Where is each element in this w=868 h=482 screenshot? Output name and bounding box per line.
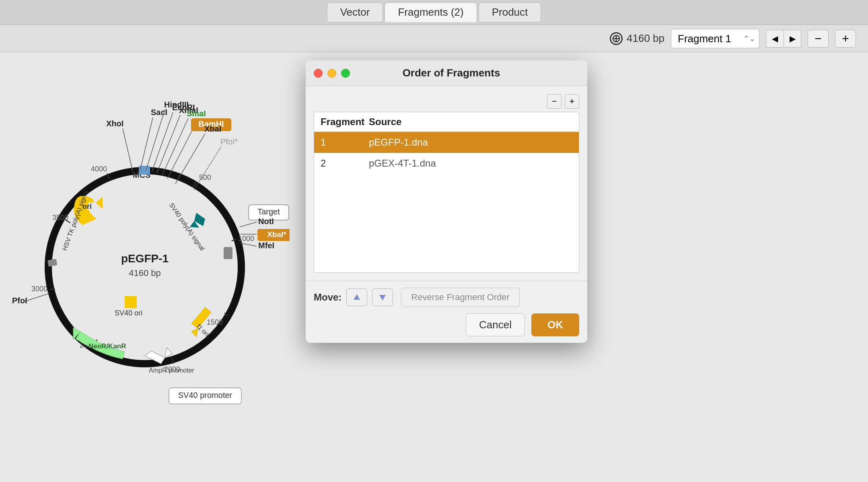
svg-line-21 xyxy=(152,112,173,171)
row-1-num: 1 xyxy=(321,137,369,148)
xbaistar-label: XbaI* xyxy=(267,230,286,239)
fragment-list: Fragment Source 1 pEGFP-1.dna 2 pGEX-4T-… xyxy=(314,112,579,273)
reverse-order-btn[interactable]: Reverse Fragment Order xyxy=(401,288,520,307)
fragment-row-1[interactable]: 1 pEGFP-1.dna xyxy=(314,132,579,153)
sv40ori-label: SV40 ori xyxy=(115,309,142,317)
row-1-source: pEGFP-1.dna xyxy=(369,137,572,148)
sv40ori-feature xyxy=(125,296,137,308)
dialog-title: Order of Fragments xyxy=(323,67,579,79)
dialog-titlebar: Order of Fragments xyxy=(306,60,587,86)
zoom-minus-btn[interactable]: − xyxy=(808,30,829,47)
cancel-btn[interactable]: Cancel xyxy=(466,313,525,336)
bp-value: 4160 bp xyxy=(627,32,664,45)
fragment-select[interactable]: Fragment 1 Fragment 2 xyxy=(671,29,759,48)
neor-label: NeoR/KanR xyxy=(88,342,126,350)
svg-line-18 xyxy=(123,128,133,171)
bp-display: 4160 bp xyxy=(610,32,664,45)
move-label: Move: xyxy=(314,292,341,303)
svg-line-26 xyxy=(194,146,221,190)
fragment-row-2[interactable]: 2 pGEX-4T-1.dna xyxy=(314,153,579,174)
col-source: Source xyxy=(369,116,572,128)
remove-fragment-btn[interactable]: − xyxy=(547,94,562,109)
svg-line-27 xyxy=(240,222,257,227)
target-label: Target xyxy=(257,207,280,216)
plasmid-size-label: 4160 bp xyxy=(129,268,161,278)
next-fragment-btn[interactable]: ▶ xyxy=(784,30,801,47)
svg-marker-31 xyxy=(354,294,360,300)
dialog-buttons: Cancel OK xyxy=(314,313,579,336)
move-down-btn[interactable] xyxy=(372,288,393,306)
main-area: 4160 bp Fragment 1 Fragment 2 ◀ ▶ − + pE… xyxy=(0,25,868,482)
pfoi-label: PfoI xyxy=(12,296,27,305)
sv40polya-feature: SV40 poly(A) signal xyxy=(168,202,206,252)
plasmid-svg: pEGFP-1 4160 bp 500 1000 1500 2000 2500 … xyxy=(8,66,290,468)
xbai-label: XbaI xyxy=(204,124,221,133)
col-fragment: Fragment xyxy=(321,116,369,128)
table-header: Fragment Source xyxy=(314,112,579,132)
mark-3500: 3500 xyxy=(52,214,68,222)
svg-marker-16 xyxy=(191,328,198,337)
svg-marker-13 xyxy=(96,197,103,209)
tab-bar: Vector Fragments (2) Product xyxy=(0,0,868,25)
move-up-btn[interactable] xyxy=(346,288,367,306)
nav-arrows: ◀ ▶ xyxy=(766,30,801,47)
pfoistar-label: PfoI* xyxy=(220,137,238,146)
tab-fragments[interactable]: Fragments (2) xyxy=(385,2,477,22)
zoom-plus-btn[interactable]: + xyxy=(835,30,856,47)
saci-label: SacI xyxy=(151,108,167,117)
ampr-label: AmpR promoter xyxy=(149,367,195,374)
add-fragment-btn[interactable]: + xyxy=(565,94,579,109)
mark-1000: 1000 xyxy=(238,235,254,243)
plasmid-name-label: pEGFP-1 xyxy=(121,252,169,265)
dialog-bottom: Move: Reverse Fragment Order Cancel xyxy=(306,281,587,343)
ok-btn[interactable]: OK xyxy=(531,313,579,336)
svg-marker-32 xyxy=(379,295,386,301)
tab-vector[interactable]: Vector xyxy=(327,2,383,22)
toolbar: 4160 bp Fragment 1 Fragment 2 ◀ ▶ − + xyxy=(0,25,868,52)
tab-product[interactable]: Product xyxy=(479,2,541,22)
mark-4000: 4000 xyxy=(91,165,107,173)
row-2-source: pGEX-4T-1.dna xyxy=(369,158,572,169)
move-row: Move: Reverse Fragment Order xyxy=(314,288,579,307)
svg-marker-15 xyxy=(165,348,172,358)
order-of-fragments-dialog: Order of Fragments − + Fragment Source xyxy=(306,60,587,343)
gray-rect-feature xyxy=(224,247,232,259)
plasmid-area: pEGFP-1 4160 bp 500 1000 1500 2000 2500 … xyxy=(0,52,298,482)
xhoi-label: XhoI xyxy=(106,119,123,128)
row-2-num: 2 xyxy=(321,158,369,169)
mfei-label: MfeI xyxy=(258,241,274,250)
svg-line-19 xyxy=(140,117,153,171)
noti-label: NotI xyxy=(258,217,274,226)
mark-1500: 1500 xyxy=(207,318,223,326)
smai-label: SmaI xyxy=(187,109,206,118)
table-actions: − + xyxy=(314,94,579,109)
mark-3000: 3000 xyxy=(31,285,47,293)
close-button[interactable] xyxy=(314,69,323,78)
circle-icon xyxy=(610,32,623,45)
mcs-feature xyxy=(139,166,150,175)
prev-fragment-btn[interactable]: ◀ xyxy=(766,30,784,47)
dialog-overlay: Order of Fragments − + Fragment Source xyxy=(298,52,868,482)
fragment-dropdown-wrapper[interactable]: Fragment 1 Fragment 2 xyxy=(671,29,759,48)
mark-500: 500 xyxy=(199,173,211,181)
sv40polya-label: SV40 poly(A) signal xyxy=(168,202,206,252)
svg-line-30 xyxy=(25,293,49,301)
sv40promoter-label: SV40 promoter xyxy=(178,391,232,400)
dialog-body: − + Fragment Source 1 pEGFP-1.dna xyxy=(306,86,587,281)
